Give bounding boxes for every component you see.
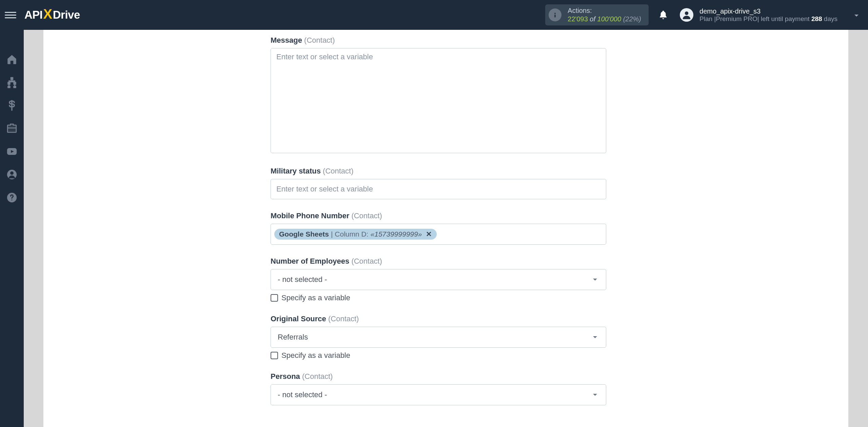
plan-mid: | left until payment [757, 15, 811, 22]
plan-name: Premium PRO [716, 15, 757, 22]
svg-point-5 [10, 171, 14, 175]
message-label: Message [271, 36, 302, 44]
main-area: Message (Contact) Military status (Conta… [24, 30, 868, 427]
actions-counter[interactable]: Actions: 22'093 of 100'000 (22%) [545, 4, 649, 25]
token-sep: | Column D: [331, 230, 369, 238]
origsource-specify-label: Specify as a variable [281, 351, 350, 360]
plan-line: Plan |Premium PRO| left until payment 28… [699, 15, 837, 23]
origsource-label: Original Source [271, 314, 326, 323]
variable-token[interactable]: Google Sheets | Column D: «15739999999» … [274, 229, 437, 240]
chevron-down-icon [591, 391, 599, 399]
origsource-context: (Contact) [328, 314, 359, 323]
user-icon[interactable] [6, 169, 18, 180]
field-persona: Persona (Contact) - not selected - [271, 372, 606, 405]
menu-toggle-icon[interactable] [5, 9, 16, 21]
briefcase-icon[interactable] [6, 123, 18, 134]
field-mobile-phone: Mobile Phone Number (Contact) Google She… [271, 211, 606, 245]
chevron-down-icon[interactable] [852, 12, 861, 20]
mobile-input[interactable]: Google Sheets | Column D: «15739999999» … [271, 224, 606, 245]
military-context: (Contact) [323, 167, 353, 175]
chevron-down-icon [591, 276, 599, 284]
mobile-label: Mobile Phone Number [271, 211, 349, 220]
sidebar [0, 30, 24, 427]
help-icon[interactable] [6, 192, 18, 203]
employees-specify-label: Specify as a variable [281, 293, 350, 302]
token-source: Google Sheets [279, 230, 329, 238]
persona-value: - not selected - [278, 390, 327, 399]
field-original-source: Original Source (Contact) Referrals Spec… [271, 314, 606, 360]
military-label: Military status [271, 167, 321, 175]
message-input[interactable] [271, 48, 606, 153]
actions-label: Actions: [568, 6, 641, 15]
info-icon [549, 8, 561, 21]
logo-x-icon: X [43, 6, 53, 22]
mobile-context: (Contact) [351, 211, 382, 220]
form-panel: Message (Contact) Military status (Conta… [43, 30, 848, 427]
youtube-icon[interactable] [6, 146, 18, 157]
employees-label: Number of Employees [271, 257, 349, 265]
origsource-specify-checkbox[interactable] [271, 352, 278, 359]
logo-text-right: Drive [53, 8, 80, 21]
field-message: Message (Contact) [271, 36, 606, 155]
origsource-value: Referrals [278, 333, 308, 342]
home-icon[interactable] [6, 54, 18, 65]
military-input[interactable] [271, 179, 606, 199]
svg-point-0 [554, 13, 556, 14]
field-military-status: Military status (Contact) [271, 167, 606, 199]
message-context: (Contact) [304, 36, 335, 44]
token-remove-icon[interactable]: ✕ [426, 230, 432, 238]
persona-select[interactable]: - not selected - [271, 384, 606, 405]
employees-context: (Contact) [351, 257, 382, 265]
bell-icon[interactable] [658, 10, 668, 20]
actions-of: of [588, 15, 597, 23]
plan-days: 288 [811, 15, 822, 22]
user-name: demo_apix-drive_s3 [699, 7, 837, 15]
employees-value: - not selected - [278, 275, 327, 284]
actions-current: 22'093 [568, 15, 588, 23]
avatar-icon [680, 8, 693, 22]
svg-point-2 [685, 12, 689, 15]
token-value: «15739999999» [371, 230, 422, 238]
persona-context: (Contact) [302, 372, 333, 381]
logo-text-left: API [24, 8, 43, 21]
field-number-of-employees: Number of Employees (Contact) - not sele… [271, 257, 606, 302]
actions-total: 100'000 [597, 15, 622, 23]
logo[interactable]: API X Drive [24, 7, 80, 23]
plan-prefix: Plan | [699, 15, 716, 22]
actions-pct: (22%) [621, 15, 641, 23]
chevron-down-icon [591, 333, 599, 341]
origsource-select[interactable]: Referrals [271, 327, 606, 348]
employees-select[interactable]: - not selected - [271, 269, 606, 290]
plan-suffix: days [822, 15, 837, 22]
persona-label: Persona [271, 372, 300, 381]
employees-specify-checkbox[interactable] [271, 294, 278, 302]
user-block[interactable]: demo_apix-drive_s3 Plan |Premium PRO| le… [680, 7, 868, 23]
top-header: API X Drive Actions: 22'093 of 100'000 (… [0, 0, 868, 30]
sitemap-icon[interactable] [6, 77, 18, 88]
svg-rect-1 [554, 15, 556, 17]
dollar-icon[interactable] [6, 100, 18, 111]
